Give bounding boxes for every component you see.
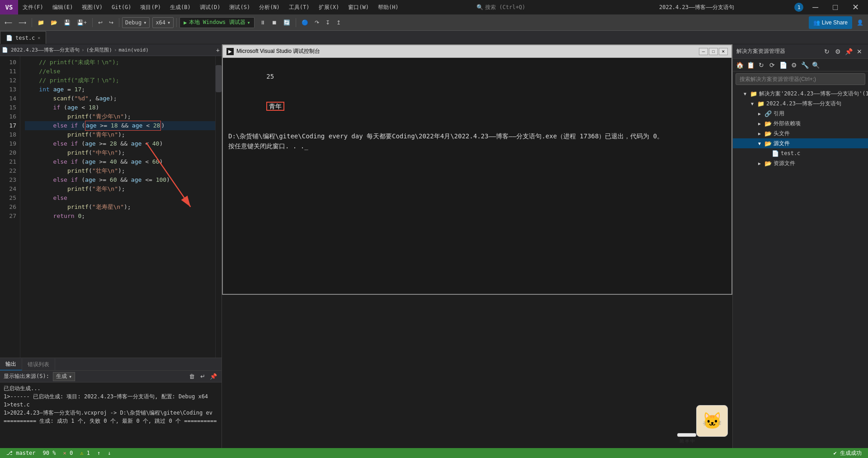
output-source-label: 显示输出来源(S): [4,373,49,380]
debug-console-body: 25 青年 D:\杂货铺\编程\gitee\Coding every day 每… [223,58,731,294]
sidebar-tool-3[interactable]: ↻ [756,60,766,70]
editor-scrollbar[interactable] [215,56,222,358]
menu-file[interactable]: 文件(F) [18,0,48,14]
output-source-dropdown[interactable]: 生成 ▾ [53,372,75,381]
pause-button[interactable]: ⏸ [257,17,268,28]
profile-button[interactable]: 👤 [854,17,866,28]
code-line-16: printf("青少年\n"); [25,112,215,121]
status-git[interactable]: ⎇ master [4,450,38,456]
close-button[interactable]: ✕ [847,0,864,14]
stop-button[interactable]: ⏹ [269,17,280,28]
status-errors[interactable]: ✕ 0 [60,450,75,456]
tab-errors[interactable]: 错误列表 [22,359,55,370]
menu-extensions[interactable]: 扩展(X) [314,0,344,14]
line-numbers: 10 11 12 13 14 15 16 17 18 19 20 21 22 2… [0,56,20,358]
menu-edit[interactable]: 编辑(E) [48,0,78,14]
new-project-button[interactable]: 📁 [35,17,47,28]
code-line-13: int age = 17; [25,85,215,94]
menu-window[interactable]: 窗口(W) [344,0,373,14]
run-debugger-button[interactable]: ▶ 本地 Windows 调试器 ▾ [179,17,255,28]
menu-build[interactable]: 生成(B) [165,0,195,14]
cat-sticker: 🐱 [696,405,728,437]
status-nav-up[interactable]: ↑ [94,450,103,456]
nav-back-button[interactable]: ⟵ [2,17,15,28]
breadcrumb-project[interactable]: 2022.4.23——博客——分支语句 [11,47,80,53]
menu-project[interactable]: 项目(P) [136,0,165,14]
tree-test-c[interactable]: 📄 test.c [733,148,868,158]
sidebar-pin-button[interactable]: 📌 [844,47,854,57]
console-minimize[interactable]: ─ [699,48,708,55]
resource-expand-icon: ▶ [758,161,764,166]
output-content[interactable]: 已启动生成... 1>------ 已启动生成: 项目: 2022.4.23—博… [0,382,222,448]
sidebar-sync-button[interactable]: ↻ [822,47,832,57]
tree-solution-root[interactable]: ▼ 📁 解决方案'2022.4.23——博客——分支语句'(1 个项目/ [733,89,868,99]
open-button[interactable]: 📂 [48,17,60,28]
notification-badge[interactable]: 1 [794,3,803,12]
menu-test[interactable]: 测试(S) [225,0,255,14]
config-dropdown[interactable]: Debug ▾ [122,17,150,28]
code-editor[interactable]: 10 11 12 13 14 15 16 17 18 19 20 21 22 2… [0,56,222,358]
sidebar-tool-2[interactable]: 📋 [745,60,755,70]
tab-close-button[interactable]: ✕ [38,35,40,40]
breakpoint-button[interactable]: 🔵 [299,17,311,28]
menu-tools[interactable]: 工具(T) [284,0,314,14]
sidebar-tool-6[interactable]: ⚙ [789,60,799,70]
code-line-27: return 0; [25,212,215,221]
platform-dropdown[interactable]: x64 ▾ [152,17,174,28]
output-wrap-button[interactable]: ↵ [198,372,207,381]
separator4 [176,18,177,27]
tree-source-files[interactable]: ▼ 📂 源文件 [733,138,868,148]
status-warnings[interactable]: ⚠ 1 [77,450,93,456]
redo-button[interactable]: ↪ [106,17,116,28]
step-into-button[interactable]: ↧ [323,17,333,28]
sidebar-settings-button[interactable]: ⚙ [833,47,843,57]
status-nav-down[interactable]: ↓ [105,450,113,456]
minimize-button[interactable]: ─ [807,1,824,14]
sidebar-tool-4[interactable]: ⟳ [767,60,777,70]
tree-resource-files[interactable]: ▶ 📂 资源文件 [733,158,868,168]
save-button[interactable]: 💾 [61,17,73,28]
menu-debug[interactable]: 调试(D) [195,0,225,14]
step-over-button[interactable]: ↷ [312,17,322,28]
menu-view[interactable]: 视图(V) [77,0,107,14]
breadcrumb-scope[interactable]: (全局范围) [86,47,112,53]
output-clear-button[interactable]: 🗑 [187,372,196,381]
code-lines[interactable]: // printf("未成年！\n"); //else // printf("成… [20,56,215,358]
tab-output[interactable]: 输出 [0,359,22,370]
scroll-thumb [216,65,222,92]
undo-button[interactable]: ↩ [95,17,105,28]
menu-bar: 文件(F) 编辑(E) 视图(V) Git(G) 项目(P) 生成(B) 调试(… [18,0,403,14]
maximize-button[interactable]: □ [827,1,843,14]
console-close[interactable]: ✕ [719,48,728,55]
cat-sticker-area: 中半简 🐱 [677,405,728,437]
nav-forward-button[interactable]: ⟶ [16,17,29,28]
tree-header-files[interactable]: ▶ 📂 头文件 [733,128,868,138]
menu-analyze[interactable]: 分析(N) [255,0,284,14]
menu-help[interactable]: 帮助(H) [373,0,403,14]
menu-git[interactable]: Git(G) [107,0,136,14]
step-out-button[interactable]: ↥ [334,17,344,28]
source-icon: 📂 [764,140,772,147]
tab-bar: 📄 test.c ✕ [0,31,868,44]
sidebar-tool-7[interactable]: 🔧 [800,60,810,70]
tree-external-deps[interactable]: ▶ 📂 外部依赖项 [733,118,868,128]
tab-test-c[interactable]: 📄 test.c ✕ [0,31,46,44]
live-share-button[interactable]: 👥 Live Share [809,16,852,29]
status-zoom[interactable]: 90 % [40,450,59,456]
console-maximize[interactable]: □ [709,48,718,55]
breadcrumb-function[interactable]: main(void) [119,47,149,53]
sidebar-toolbar: 🏠 📋 ↻ ⟳ 📄 ⚙ 🔧 🔍 [733,59,868,71]
tree-references[interactable]: ▶ 🔗 引用 [733,109,868,118]
restart-button[interactable]: 🔄 [281,17,293,28]
code-line-22: printf("壮年\n"); [25,166,215,175]
sidebar-search-input[interactable] [736,73,865,85]
tree-project[interactable]: ▼ 📁 2022.4.23——博客——分支语句 [733,99,868,109]
sidebar-tool-8[interactable]: 🔍 [811,60,821,70]
solution-label: 解决方案'2022.4.23——博客——分支语句'(1 个项目/ [759,90,868,98]
output-pin-button[interactable]: 📌 [209,372,218,381]
save-all-button[interactable]: 💾+ [74,17,90,28]
sidebar-tool-1[interactable]: 🏠 [735,60,745,70]
sidebar-tool-5[interactable]: 📄 [778,60,788,70]
add-breadcrumb-button[interactable]: + [216,47,220,54]
sidebar-close-button[interactable]: ✕ [854,47,864,57]
